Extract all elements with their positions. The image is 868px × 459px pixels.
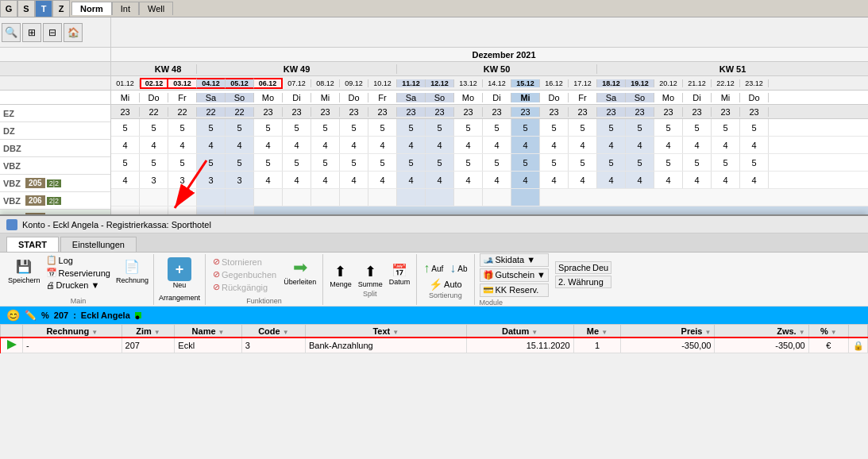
edit-icon[interactable]: ✏️ (25, 310, 37, 321)
konto-tabs: START Einstellungen (0, 233, 868, 253)
main-layout: 🔍 ⊞ ⊟ 🏠 EZ DZ DBZ VBZ VBZ 205 2|2 VBZ (0, 17, 868, 459)
sidebar-row-dz: DZ (0, 122, 110, 140)
nav-letter-g[interactable]: G (0, 0, 17, 17)
cell-datum: 15.11.2020 (466, 338, 573, 353)
btn-rechnung[interactable]: 📄 Rechnung (114, 254, 150, 286)
btn-arrangement[interactable]: Arrangement (157, 292, 202, 303)
sidebar-room-205: VBZ 205 2|2 (0, 175, 110, 192)
grid-row-vbz: 4 3 3 3 3 4 4 4 4 4 4 4 4 4 4 4 4 4 4 4 … (111, 172, 868, 189)
month-row: Dezember 2021 (111, 48, 868, 62)
btn-auto[interactable]: ⚡ Auto (426, 277, 465, 291)
btn-2-waehrung[interactable]: 2. Währung (555, 276, 611, 288)
sidebar-grid-icon[interactable]: ⊟ (43, 23, 62, 42)
btn-skidata[interactable]: 🎿 Skidata ▼ (480, 253, 549, 267)
cell-rechnung: - (23, 338, 122, 353)
th-percent[interactable]: % ▼ (808, 325, 848, 338)
dayname-row: 01.12 02.12 03.12 04.12 05.12 06.12 07.1… (111, 76, 868, 91)
cell-lock: 🔒 (849, 338, 868, 353)
btn-rueckgaengig[interactable]: ⊘ Rückgängig (210, 281, 279, 293)
sidebar-room-206: VBZ 206 2|2 (0, 192, 110, 210)
grid-row-dbz: 5 5 5 5 5 5 5 5 5 5 5 5 5 5 5 5 5 5 5 5 … (111, 154, 868, 172)
btn-sprache[interactable]: Sprache Deu (555, 261, 611, 274)
nav-letter-z[interactable]: Z (52, 0, 70, 17)
konto-title-icon (6, 219, 17, 230)
toolbar-group-split: ⬆ Menge ⬆ Summe 📅 Datum Split (323, 254, 417, 305)
toolbar-group-sortierung: ↑ Auf ↓ Ab ⚡ Auto Sortierung (417, 254, 474, 305)
cell-zws: -350,00 (715, 338, 808, 353)
btn-speichern[interactable]: 💾 Speichern (6, 254, 42, 286)
btn-log[interactable]: 📋 Log (44, 254, 113, 266)
konto-panel: Konto - Eckl Angela - Registrierkassa: S… (0, 214, 868, 459)
toolbar-group-new: + Neu Arrangement (154, 254, 206, 305)
nav-letter-s[interactable]: S (17, 0, 35, 17)
smiley-icon[interactable]: 😊 (6, 309, 20, 322)
btn-drucken[interactable]: 🖨 Drucken ▼ (44, 280, 113, 291)
konto-table-container: Rechnung ▼ Zim ▼ Name ▼ Code (0, 324, 868, 353)
btn-auf[interactable]: ↑ Auf (422, 260, 445, 277)
cell-name: Eckl (175, 338, 241, 353)
grid-row-205 (111, 189, 868, 206)
tab-start[interactable]: START (6, 237, 59, 252)
cell-code: 3 (241, 338, 305, 353)
tab-norm[interactable]: Norm (71, 2, 112, 15)
sort-arrow-preis: ▼ (705, 329, 712, 336)
guest-name: Eckl Angela (81, 310, 130, 320)
cell-me: 1 (573, 338, 621, 353)
sort-arrow-code: ▼ (283, 329, 289, 336)
th-name[interactable]: Name ▼ (175, 325, 241, 338)
th-empty (1, 325, 23, 338)
sort-arrow-me: ▼ (601, 329, 608, 336)
toolbar-group-main: 💾 Speichern 📋 Log 📅 Reservierung (3, 254, 154, 305)
konto-titlebar: Konto - Eckl Angela - Registrierkassa: S… (0, 216, 868, 233)
btn-neu[interactable]: + Neu (166, 256, 193, 291)
table-header-row: Rechnung ▼ Zim ▼ Name ▼ Code (1, 325, 868, 338)
btn-gutschein[interactable]: 🎁 Gutschein ▼ (480, 268, 549, 282)
sort-arrow-zim: ▼ (154, 329, 160, 336)
cell-text: Bank-Anzahlung (305, 338, 466, 353)
btn-summe[interactable]: ⬆ Summe (357, 261, 384, 290)
th-zim[interactable]: Zim ▼ (122, 325, 175, 338)
btn-stornieren[interactable]: ⊘ Stornieren (210, 256, 279, 268)
btn-ab[interactable]: ↓ Ab (448, 260, 469, 277)
sort-arrow-datum: ▼ (531, 329, 538, 336)
btn-kk-reserv[interactable]: 💳 KK Reserv. (480, 284, 549, 297)
konto-table: Rechnung ▼ Zim ▼ Name ▼ Code (0, 324, 868, 353)
weeknum-row: 23 22 22 22 22 23 23 23 23 23 23 23 23 2… (111, 105, 868, 119)
sidebar-row-vbz: VBZ (0, 157, 110, 175)
play-button[interactable] (7, 340, 17, 349)
th-preis[interactable]: Preis ▼ (621, 325, 715, 338)
cell-zim: 207 (122, 338, 175, 353)
grid-row-dz: 4 4 4 4 4 4 4 4 4 4 4 4 4 4 4 4 4 4 4 4 … (111, 137, 868, 154)
sort-arrow-rechnung: ▼ (91, 329, 98, 336)
cell-play[interactable] (1, 338, 23, 353)
th-rechnung[interactable]: Rechnung ▼ (23, 325, 122, 338)
cell-preis: -350,00 (621, 338, 715, 353)
sidebar-filter-icon[interactable]: ⊞ (22, 23, 41, 42)
btn-datum[interactable]: 📅 Datum (388, 261, 412, 290)
th-me[interactable]: Me ▼ (573, 325, 621, 338)
sort-arrow-percent: ▼ (831, 329, 837, 336)
room-label: 207 (54, 310, 68, 320)
btn-reservierung[interactable]: 📅 Reservierung (44, 267, 113, 279)
sort-arrow-zws: ▼ (799, 329, 805, 336)
status-dot: ● (135, 312, 141, 318)
btn-gegenbuchen[interactable]: ⊘ Gegenbuchen (210, 268, 279, 280)
tab-int[interactable]: Int (112, 2, 139, 15)
table-row[interactable]: - 207 Eckl 3 Bank-Anzahlung 15.11.2020 1… (1, 338, 868, 353)
sidebar-search-icon[interactable]: 🔍 (2, 23, 21, 42)
konto-title: Konto - Eckl Angela - Registrierkassa: S… (22, 220, 211, 230)
th-code[interactable]: Code ▼ (241, 325, 305, 338)
tab-well[interactable]: Well (139, 2, 173, 15)
sidebar-row-dbz: DBZ (0, 140, 110, 157)
toolbar-group-module: 🎿 Skidata ▼ 🎁 Gutschein ▼ 💳 KK Reserv. (475, 254, 617, 305)
btn-ueberleiten[interactable]: ➡ Überleiten (282, 256, 318, 287)
th-text[interactable]: Text ▼ (305, 325, 466, 338)
btn-menge[interactable]: ⬆ Menge (328, 261, 353, 290)
cell-currency: € (808, 338, 848, 353)
sidebar-home-icon[interactable]: 🏠 (64, 23, 83, 42)
tab-einstellungen[interactable]: Einstellungen (60, 237, 137, 252)
th-zws[interactable]: Zws. ▼ (715, 325, 808, 338)
th-datum[interactable]: Datum ▼ (466, 325, 573, 338)
nav-letter-t[interactable]: T (35, 0, 52, 17)
sort-arrow-text: ▼ (392, 329, 399, 336)
